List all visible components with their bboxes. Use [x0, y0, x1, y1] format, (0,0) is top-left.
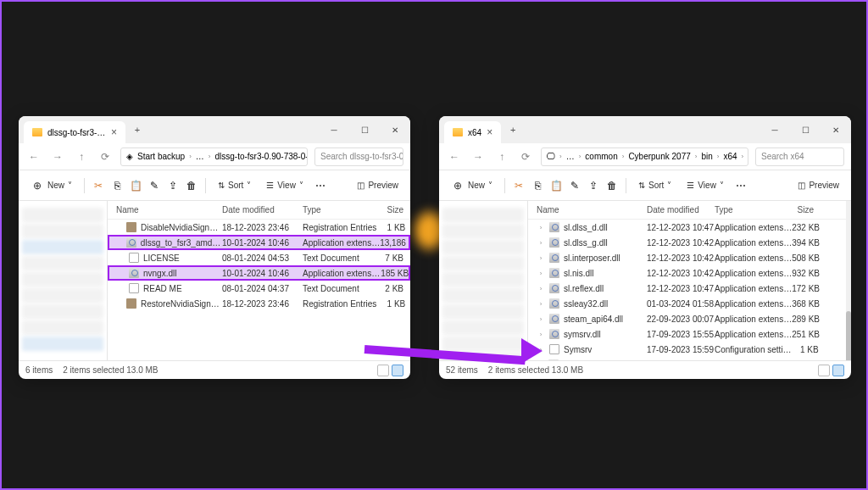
file-row[interactable]: READ ME08-01-2024 04:37Text Document2 KB [108, 281, 410, 296]
view-button[interactable]: ☰ View ˅ [682, 177, 729, 193]
file-row[interactable]: RestoreNvidiaSignatureChecks18-12-2023 2… [108, 296, 410, 311]
file-list[interactable]: ›sl.dlss_d.dll12-12-2023 10:47Applicatio… [528, 220, 846, 360]
delete-icon[interactable]: 🗑 [605, 179, 619, 192]
file-row[interactable]: ›sl.reflex.dll12-12-2023 10:47Applicatio… [528, 281, 846, 296]
back-button[interactable]: ← [25, 151, 42, 163]
file-row[interactable]: ›sl.nis.dll12-12-2023 10:42Application e… [528, 265, 846, 281]
column-size[interactable]: Size [787, 205, 821, 214]
chevron-right-icon: › [537, 315, 545, 323]
up-button[interactable]: ↑ [73, 151, 90, 163]
file-row[interactable]: ›sl.interposer.dll12-12-2023 10:42Applic… [528, 250, 846, 265]
view-mode-list[interactable] [818, 365, 830, 376]
file-size: 508 KB [792, 253, 826, 263]
copy-icon[interactable]: ⎘ [531, 179, 544, 192]
scrollbar-thumb[interactable] [846, 311, 851, 360]
tab-active[interactable]: dlssg-to-fsr3-0.90-738-0-90-17 × [24, 121, 125, 143]
column-headers[interactable]: Name Date modified Type Size [108, 201, 410, 220]
sidebar[interactable] [19, 201, 108, 360]
search-input[interactable]: Search dlssg-to-fsr3-0.90-738 [314, 148, 403, 166]
paste-icon[interactable]: 📋 [129, 179, 142, 192]
cut-icon[interactable]: ✂ [92, 179, 105, 192]
preview-button[interactable]: ◫ Preview [352, 177, 403, 193]
breadcrumb-item[interactable]: … [196, 152, 204, 161]
file-row[interactable]: nvngx.dll10-01-2024 10:46Application ext… [108, 265, 410, 281]
column-name[interactable]: Name [108, 205, 222, 214]
column-type[interactable]: Type [715, 205, 787, 214]
maximize-button[interactable]: ☐ [790, 116, 821, 143]
breadcrumb[interactable]: 🖵 › … › common › Cyberpunk 2077 › bin › … [541, 148, 748, 166]
breadcrumb-item[interactable]: bin [701, 152, 712, 161]
search-input[interactable]: Search x64 [755, 148, 844, 166]
tab-close-button[interactable]: × [487, 126, 492, 138]
maximize-button[interactable]: ☐ [349, 116, 380, 143]
file-row[interactable]: dlssg_to_fsr3_amd_is_better.dll10-01-202… [108, 235, 410, 250]
close-window-button[interactable]: ✕ [380, 116, 410, 143]
cut-icon[interactable]: ✂ [512, 179, 526, 192]
sort-button[interactable]: ⇅ Sort ˅ [213, 177, 256, 193]
file-list[interactable]: DisableNvidiaSignatureChecks18-12-2023 2… [108, 220, 410, 360]
view-button[interactable]: ☰ View ˅ [261, 177, 309, 193]
rename-icon[interactable]: ✎ [568, 179, 581, 192]
back-button[interactable]: ← [446, 151, 463, 163]
forward-button[interactable]: → [470, 151, 487, 163]
tab-active[interactable]: x64 × [444, 121, 501, 143]
column-name[interactable]: Name [528, 205, 647, 214]
toolbar: ⊕New ˅ ✂ ⎘ 📋 ✎ ⇪ 🗑 ⇅ Sort ˅ ☰ View ˅ ⋯ ◫… [19, 170, 410, 201]
file-row[interactable]: DisableNvidiaSignatureChecks18-12-2023 2… [108, 220, 410, 235]
file-icon [129, 253, 139, 263]
column-date[interactable]: Date modified [222, 205, 303, 214]
up-button[interactable]: ↑ [493, 151, 510, 163]
new-button[interactable]: ⊕New ˅ [446, 175, 498, 196]
tab-close-button[interactable]: × [111, 126, 117, 138]
view-mode-details[interactable] [832, 365, 844, 376]
view-mode-list[interactable] [377, 365, 389, 376]
file-row[interactable]: ›Symsrv17-09-2023 15:59Configuration set… [528, 342, 846, 357]
copy-icon[interactable]: ⎘ [110, 179, 124, 192]
sort-button[interactable]: ⇅ Sort ˅ [633, 177, 676, 193]
rename-icon[interactable]: ✎ [147, 179, 161, 192]
breadcrumb-item[interactable]: Cyberpunk 2077 [628, 152, 690, 161]
share-icon[interactable]: ⇪ [587, 179, 600, 192]
share-icon[interactable]: ⇪ [166, 179, 180, 192]
titlebar[interactable]: x64 × + ─ ☐ ✕ [439, 116, 851, 143]
paste-icon[interactable]: 📋 [549, 179, 563, 192]
chevron-right-icon: › [537, 254, 545, 262]
minimize-button[interactable]: ─ [760, 116, 790, 143]
file-row[interactable]: ›steam_api64.dll22-09-2023 00:07Applicat… [528, 311, 846, 326]
file-type: Configuration setti… [715, 345, 792, 354]
new-tab-button[interactable]: + [501, 125, 525, 135]
file-row[interactable]: ›sl.dlss_g.dll12-12-2023 10:42Applicatio… [528, 235, 846, 250]
titlebar[interactable]: dlssg-to-fsr3-0.90-738-0-90-17 × + ─ ☐ ✕ [19, 116, 410, 143]
more-icon[interactable]: ⋯ [314, 179, 327, 192]
breadcrumb-item[interactable]: common [585, 152, 617, 161]
new-tab-button[interactable]: + [125, 125, 149, 135]
breadcrumb-item[interactable]: x64 [723, 152, 737, 161]
breadcrumb-item[interactable]: Start backup [137, 152, 185, 161]
refresh-button[interactable]: ⟳ [517, 151, 534, 163]
scrollbar[interactable] [846, 201, 851, 360]
file-icon [126, 298, 136, 309]
breadcrumb[interactable]: ◈ Start backup › … › dlssg-to-fsr3-0.90-… [120, 148, 308, 166]
new-button[interactable]: ⊕New ˅ [25, 175, 77, 196]
file-row[interactable]: ›symsrv.dll17-09-2023 15:55Application e… [528, 326, 846, 342]
minimize-button[interactable]: ─ [319, 116, 349, 143]
file-row[interactable]: ›sl.dlss_d.dll12-12-2023 10:47Applicatio… [528, 220, 846, 235]
file-row[interactable]: LICENSE08-01-2024 04:53Text Document7 KB [108, 250, 410, 265]
breadcrumb-item[interactable]: … [566, 152, 575, 161]
more-icon[interactable]: ⋯ [734, 179, 748, 192]
preview-button[interactable]: ◫ Preview [793, 177, 844, 193]
refresh-button[interactable]: ⟳ [97, 151, 114, 163]
column-date[interactable]: Date modified [647, 205, 715, 214]
column-type[interactable]: Type [303, 205, 375, 214]
view-mode-details[interactable] [392, 365, 403, 376]
file-row[interactable]: ›ssleay32.dll01-03-2024 01:58Application… [528, 296, 846, 311]
column-headers[interactable]: Name Date modified Type Size [528, 201, 846, 220]
forward-button[interactable]: → [49, 151, 66, 163]
file-size: 13,186 KB [380, 238, 410, 248]
delete-icon[interactable]: 🗑 [185, 179, 198, 192]
file-name: nvngx.dll [143, 269, 176, 278]
close-window-button[interactable]: ✕ [821, 116, 851, 143]
breadcrumb-item[interactable]: dlssg-to-fsr3-0.90-738-0-90-170486409 [215, 152, 309, 161]
sidebar[interactable] [439, 201, 528, 360]
column-size[interactable]: Size [375, 205, 410, 214]
